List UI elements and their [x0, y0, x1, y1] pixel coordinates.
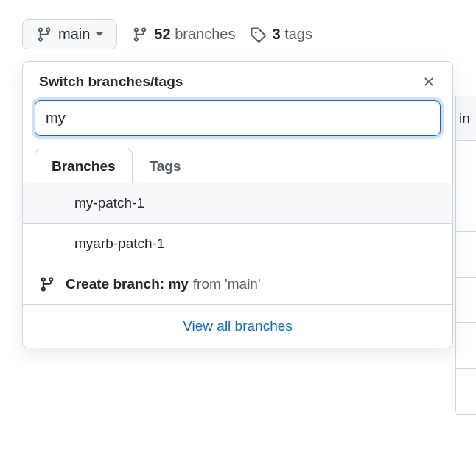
branch-result-item[interactable]: myarb-patch-1: [23, 224, 452, 264]
tags-label: tags: [284, 26, 312, 42]
branches-count: 52: [154, 26, 170, 42]
current-branch-label: main: [58, 26, 90, 43]
git-branch-icon: [36, 27, 52, 43]
tab-branches[interactable]: Branches: [35, 149, 133, 183]
create-branch-from: from 'main': [193, 276, 261, 292]
clipped-panel-row: [456, 186, 476, 232]
clipped-panel-row: [456, 141, 476, 186]
git-branch-icon: [132, 27, 148, 43]
branch-selector-button[interactable]: main: [22, 19, 117, 49]
create-branch-item[interactable]: Create branch: myfrom 'main': [23, 264, 452, 305]
branch-name: my-patch-1: [74, 195, 144, 211]
tags-link[interactable]: 3 tags: [250, 26, 312, 43]
close-button[interactable]: [421, 74, 436, 89]
view-all-branches-link[interactable]: View all branches: [23, 305, 452, 348]
clipped-panel-row: [456, 278, 476, 323]
branch-name: myarb-patch-1: [74, 236, 165, 252]
dropdown-title: Switch branches/tags: [39, 74, 183, 90]
clipped-panel-row: [456, 323, 476, 367]
tags-count: 3: [272, 26, 280, 42]
clipped-panel-header: in: [456, 96, 476, 141]
create-branch-query: my: [168, 276, 188, 292]
branch-result-item[interactable]: my-patch-1: [23, 183, 452, 224]
branch-search-input[interactable]: [35, 100, 441, 136]
branch-switcher-dropdown: Switch branches/tags Branches Tags my-pa…: [22, 61, 453, 348]
tag-icon: [250, 27, 266, 43]
branches-link[interactable]: 52 branches: [132, 26, 235, 43]
caret-down-icon: [96, 32, 103, 36]
tab-tags[interactable]: Tags: [133, 149, 198, 183]
close-icon: [421, 74, 436, 89]
create-branch-prefix: Create branch:: [66, 276, 168, 292]
branches-label: branches: [175, 26, 235, 42]
clipped-panel-row: [456, 232, 476, 278]
git-branch-icon: [39, 276, 55, 292]
